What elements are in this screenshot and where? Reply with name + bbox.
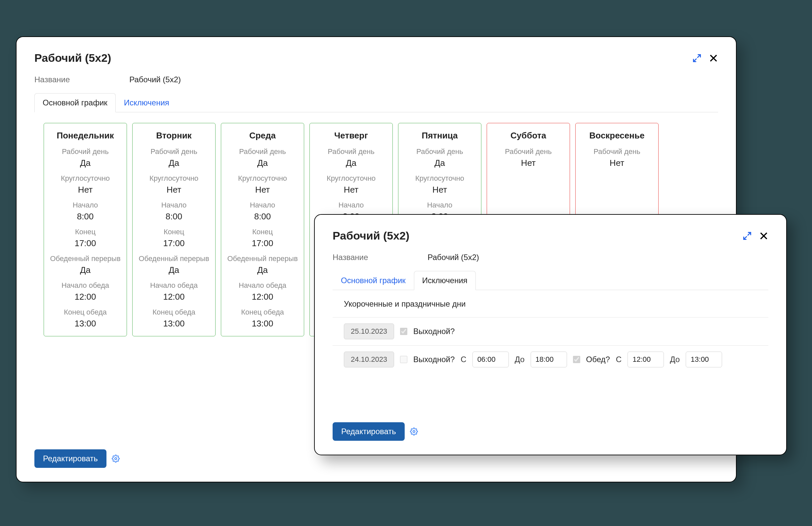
tab-main-schedule[interactable]: Основной график [34, 93, 116, 112]
exception-row: 25.10.2023 Выходной? [333, 317, 768, 345]
dayoff-checkbox[interactable] [400, 328, 407, 335]
time-to-input[interactable] [531, 351, 567, 367]
close-icon[interactable] [709, 54, 718, 63]
exception-row: 24.10.2023 Выходной? С До Обед? С До [333, 345, 768, 373]
allday-label: Круглосуточно [47, 174, 123, 183]
allday-value: Нет [136, 185, 212, 195]
to-label: До [515, 355, 525, 364]
lunch-label: Обед? [586, 355, 610, 364]
close-icon[interactable] [759, 231, 768, 241]
lunch-start-label: Начало обеда [136, 281, 212, 290]
name-value: Рабочий (5х2) [129, 75, 181, 84]
gear-icon[interactable] [410, 427, 418, 435]
allday-label: Круглосуточно [136, 174, 212, 183]
allday-value: Нет [47, 185, 123, 195]
allday-label: Круглосуточно [313, 174, 389, 183]
svg-point-0 [115, 457, 117, 460]
lunch-end-label: Конец обеда [224, 308, 301, 317]
panel-title: Рабочий (5х2) [34, 51, 111, 64]
allday-value: Нет [313, 185, 389, 195]
lunch-start-value: 12:00 [224, 292, 301, 302]
workday-value: Да [136, 158, 212, 168]
start-label: Начало [224, 201, 301, 209]
lunch-checkbox[interactable] [573, 356, 580, 363]
time-from-input[interactable] [473, 351, 509, 367]
workday-value: Да [402, 158, 478, 168]
workday-label: Рабочий день [579, 147, 655, 156]
lunch-end-label: Конец обеда [47, 308, 123, 317]
dayoff-checkbox[interactable] [400, 356, 407, 363]
start-label: Начало [47, 201, 123, 209]
allday-label: Круглосуточно [224, 174, 301, 183]
workday-value: Да [313, 158, 389, 168]
lunch-end-value: 13:00 [47, 318, 123, 329]
exceptions-heading: Укороченные и праздничные дни [344, 299, 768, 309]
tab-exceptions[interactable]: Исключения [116, 93, 177, 112]
lunch-end-label: Конец обеда [136, 308, 212, 317]
lunch-end-value: 13:00 [224, 318, 301, 329]
tabbar-back: Основной график Исключения [34, 93, 718, 112]
start-label: Начало [402, 201, 478, 209]
edit-button-front[interactable]: Редактировать [333, 422, 405, 441]
allday-value: Нет [402, 185, 478, 195]
edit-button[interactable]: Редактировать [34, 449, 106, 468]
exception-date[interactable]: 25.10.2023 [344, 324, 394, 339]
day-name: Среда [224, 131, 301, 141]
day-card: Среда Рабочий день Да Круглосуточно Нет … [221, 123, 304, 336]
name-label: Название [34, 75, 70, 84]
tab-exceptions-front[interactable]: Исключения [414, 271, 476, 290]
end-value: 17:00 [224, 238, 301, 249]
lunch-from-input[interactable] [627, 351, 664, 367]
workday-value: Нет [490, 158, 566, 168]
start-value: 8:00 [47, 211, 123, 222]
exception-date[interactable]: 24.10.2023 [344, 351, 394, 367]
start-label: Начало [313, 201, 389, 209]
expand-icon[interactable] [692, 54, 701, 63]
start-value: 8:00 [136, 211, 212, 222]
workday-label: Рабочий день [47, 147, 123, 156]
day-name: Суббота [490, 131, 566, 141]
lunch-from-label: С [616, 355, 622, 364]
dayoff-label: Выходной? [413, 355, 454, 364]
start-value: 8:00 [224, 211, 301, 222]
allday-value: Нет [224, 185, 301, 195]
day-card: Вторник Рабочий день Да Круглосуточно Не… [132, 123, 216, 336]
lunch-start-label: Начало обеда [47, 281, 123, 290]
name-label-front: Название [333, 253, 368, 262]
end-label: Конец [136, 228, 212, 236]
panel-title-front: Рабочий (5х2) [333, 229, 409, 242]
day-name: Воскресенье [579, 131, 655, 141]
lunch-to-label: До [670, 355, 680, 364]
from-label: С [461, 355, 466, 364]
end-value: 17:00 [136, 238, 212, 249]
name-value-front: Рабочий (5х2) [427, 253, 479, 262]
day-name: Понедельник [47, 131, 123, 141]
lunch-label: Обеденный перерыв [47, 254, 123, 263]
lunch-value: Да [47, 265, 123, 275]
lunch-to-input[interactable] [686, 351, 722, 367]
gear-icon[interactable] [112, 455, 120, 463]
tab-main-schedule-front[interactable]: Основной график [333, 271, 414, 290]
workday-value: Да [224, 158, 301, 168]
day-name: Пятница [402, 131, 478, 141]
end-value: 17:00 [47, 238, 123, 249]
schedule-exceptions-panel: Рабочий (5х2) Название Рабочий (5х2) Осн… [314, 214, 787, 455]
workday-label: Рабочий день [402, 147, 478, 156]
workday-value: Да [47, 158, 123, 168]
workday-label: Рабочий день [490, 147, 566, 156]
start-label: Начало [136, 201, 212, 209]
lunch-end-value: 13:00 [136, 318, 212, 329]
tabbar-front: Основной график Исключения [333, 271, 768, 290]
end-label: Конец [224, 228, 301, 236]
day-card: Понедельник Рабочий день Да Круглосуточн… [44, 123, 127, 336]
day-name: Вторник [136, 131, 212, 141]
day-name: Четверг [313, 131, 389, 141]
workday-value: Нет [579, 158, 655, 168]
lunch-label: Обеденный перерыв [224, 254, 301, 263]
lunch-label: Обеденный перерыв [136, 254, 212, 263]
expand-icon[interactable] [742, 231, 752, 241]
lunch-start-value: 12:00 [136, 292, 212, 302]
lunch-value: Да [136, 265, 212, 275]
allday-label: Круглосуточно [402, 174, 478, 183]
dayoff-label: Выходной? [413, 327, 454, 336]
